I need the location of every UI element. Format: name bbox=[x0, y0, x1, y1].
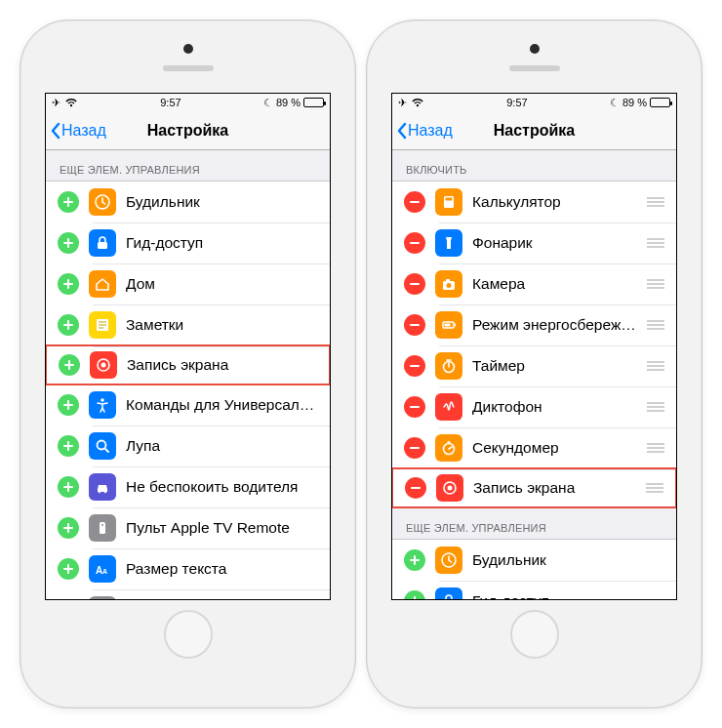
drag-handle-icon[interactable] bbox=[647, 320, 664, 330]
drag-handle-icon[interactable] bbox=[647, 238, 664, 248]
row-label: Калькулятор bbox=[472, 193, 637, 211]
list-item[interactable]: Лупа bbox=[46, 425, 330, 466]
list-item[interactable]: Диктофон bbox=[392, 386, 676, 427]
list-item[interactable]: Команды для Универсального доступа bbox=[46, 384, 330, 425]
remove-button[interactable] bbox=[404, 273, 425, 295]
list-item[interactable]: Таймер bbox=[392, 345, 676, 386]
add-button[interactable] bbox=[404, 590, 425, 599]
back-button[interactable]: Назад bbox=[46, 122, 106, 140]
add-button[interactable] bbox=[58, 394, 79, 416]
page-title: Настройка bbox=[494, 122, 575, 140]
list-item[interactable]: Камера bbox=[392, 263, 676, 304]
list-item[interactable]: Заметки bbox=[46, 304, 330, 345]
clock-icon bbox=[435, 546, 462, 574]
add-button[interactable] bbox=[59, 354, 80, 376]
status-time: 9:57 bbox=[160, 97, 180, 108]
timer-icon bbox=[435, 352, 462, 380]
drag-handle-icon[interactable] bbox=[647, 197, 664, 207]
row-label: Запись экрана bbox=[127, 356, 317, 374]
list-item[interactable]: Режим энергосбережения bbox=[392, 304, 676, 345]
lock-icon bbox=[89, 229, 116, 257]
chevron-left-icon bbox=[396, 122, 408, 140]
row-label: Секундомер bbox=[472, 439, 637, 457]
add-button[interactable] bbox=[58, 435, 79, 457]
svg-rect-1 bbox=[98, 242, 107, 249]
list-item[interactable]: Дом bbox=[46, 263, 330, 304]
stopwatch-icon bbox=[435, 434, 462, 462]
back-label: Назад bbox=[408, 122, 453, 140]
add-button[interactable] bbox=[58, 476, 79, 498]
car-icon bbox=[89, 473, 116, 501]
textsize-icon: AA bbox=[89, 555, 116, 583]
add-button[interactable] bbox=[58, 517, 79, 539]
add-button[interactable] bbox=[404, 549, 425, 571]
screen-right: ✈︎ 9:57 ☾ 89 % Назад Настройка ВКЛЮЧИТЬ … bbox=[391, 93, 677, 600]
battery-icon bbox=[650, 98, 670, 107]
svg-point-6 bbox=[98, 441, 106, 450]
more-controls-list: БудильникГид-доступДомЗаметкиКоманды для… bbox=[392, 539, 676, 599]
row-label: Будильник bbox=[472, 551, 664, 569]
add-button[interactable] bbox=[58, 558, 79, 580]
home-icon bbox=[89, 270, 116, 298]
list-item[interactable]: Не беспокоить водителя bbox=[46, 466, 330, 507]
nav-bar: Назад Настройка bbox=[46, 111, 330, 150]
camera-dot bbox=[183, 44, 193, 54]
note-icon bbox=[89, 311, 116, 339]
remove-button[interactable] bbox=[404, 437, 425, 459]
remove-button[interactable] bbox=[404, 355, 425, 377]
wifi-icon bbox=[411, 98, 424, 107]
home-button[interactable] bbox=[164, 610, 213, 659]
remove-button[interactable] bbox=[404, 232, 425, 254]
chevron-left-icon bbox=[50, 122, 61, 140]
row-label: Гид-доступ bbox=[472, 592, 664, 599]
list-item[interactable]: Калькулятор bbox=[392, 182, 676, 222]
row-label: Режим энергосбережения bbox=[472, 316, 637, 334]
list-item[interactable]: Секундомер bbox=[392, 427, 676, 468]
remove-button[interactable] bbox=[404, 396, 425, 418]
camera-icon bbox=[435, 270, 462, 298]
list-item[interactable]: Запись экрана bbox=[46, 344, 330, 385]
row-label: Камера bbox=[472, 275, 637, 293]
airplane-icon: ✈︎ bbox=[398, 97, 407, 109]
include-list: КалькуляторФонарикКамераРежим энергосбер… bbox=[392, 181, 676, 508]
add-button[interactable] bbox=[58, 314, 79, 336]
screen-left: ✈︎ 9:57 ☾ 89 % Назад Настройка ЕЩЕ ЭЛЕМ.… bbox=[45, 93, 331, 600]
content-left[interactable]: ЕЩЕ ЭЛЕМ. УПРАВЛЕНИЯ БудильникГид-доступ… bbox=[46, 150, 330, 599]
back-button[interactable]: Назад bbox=[392, 122, 453, 140]
voice-icon bbox=[435, 393, 462, 421]
status-bar: ✈︎ 9:57 ☾ 89 % bbox=[46, 94, 330, 111]
add-button[interactable] bbox=[58, 273, 79, 295]
remove-button[interactable] bbox=[404, 314, 425, 336]
list-item[interactable]: Гид-доступ bbox=[392, 581, 676, 599]
row-label: Будильник bbox=[126, 193, 318, 211]
drag-handle-icon[interactable] bbox=[647, 279, 664, 289]
list-item[interactable]: Будильник bbox=[46, 182, 330, 222]
svg-rect-21 bbox=[446, 198, 453, 201]
status-bar: ✈︎ 9:57 ☾ 89 % bbox=[392, 94, 676, 111]
remove-button[interactable] bbox=[404, 191, 425, 213]
magnifier-icon bbox=[89, 432, 116, 460]
lock-icon bbox=[435, 587, 462, 599]
drag-handle-icon[interactable] bbox=[646, 483, 663, 493]
content-right[interactable]: ВКЛЮЧИТЬ КалькуляторФонарикКамераРежим э… bbox=[392, 150, 676, 599]
drag-handle-icon[interactable] bbox=[647, 402, 664, 412]
list-item[interactable]: Будильник bbox=[392, 540, 676, 581]
home-button[interactable] bbox=[510, 610, 559, 659]
section-header-more-controls: ЕЩЕ ЭЛЕМ. УПРАВЛЕНИЯ bbox=[392, 508, 676, 539]
row-label: Пульт Apple TV Remote bbox=[126, 519, 318, 537]
accessibility-icon bbox=[89, 391, 116, 419]
add-button[interactable] bbox=[58, 191, 79, 213]
list-item[interactable]: Гид-доступ bbox=[46, 222, 330, 263]
svg-point-8 bbox=[104, 491, 106, 493]
list-item[interactable]: Фонарик bbox=[392, 222, 676, 263]
clock-icon bbox=[89, 188, 116, 216]
list-item[interactable]: Сканирование QR-кода bbox=[46, 589, 330, 599]
drag-handle-icon[interactable] bbox=[647, 443, 664, 453]
list-item[interactable]: AAРазмер текста bbox=[46, 548, 330, 589]
drag-handle-icon[interactable] bbox=[647, 361, 664, 371]
list-item[interactable]: Запись экрана bbox=[392, 467, 676, 508]
row-label: Лупа bbox=[126, 437, 318, 455]
remove-button[interactable] bbox=[405, 477, 426, 499]
list-item[interactable]: Пульт Apple TV Remote bbox=[46, 507, 330, 548]
add-button[interactable] bbox=[58, 232, 79, 254]
